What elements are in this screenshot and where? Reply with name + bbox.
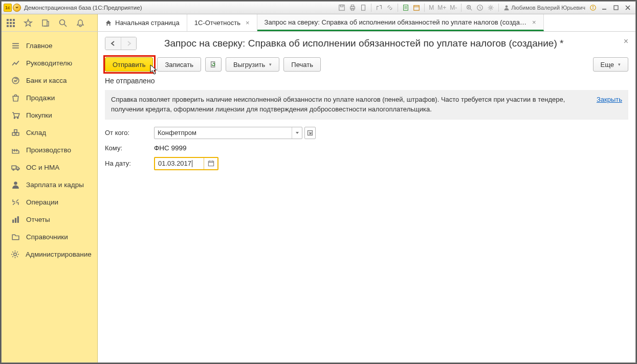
caret-down-icon: ▾ [618, 62, 621, 67]
dropdown-icon[interactable] [292, 127, 302, 139]
body: Главное Руководителю Банк и касса Продаж… [2, 32, 635, 362]
more-button-label: Еще [601, 61, 614, 69]
svg-rect-1 [341, 5, 343, 7]
calculator-icon[interactable] [401, 3, 411, 12]
svg-rect-27 [13, 19, 15, 21]
clock-icon[interactable] [475, 3, 485, 12]
app-logo-icon: 1c [4, 4, 12, 12]
sidebar-item-purchases[interactable]: Покупки [2, 106, 97, 124]
open-select-button[interactable] [304, 127, 316, 139]
svg-point-42 [17, 117, 18, 118]
info-icon[interactable] [588, 3, 598, 12]
sidebar-label: Администрирование [26, 251, 92, 258]
print-button[interactable]: Печать [283, 57, 321, 72]
tab-home[interactable]: Начальная страница [98, 14, 187, 31]
svg-rect-9 [414, 6, 420, 11]
calendar-icon[interactable] [411, 3, 422, 12]
print-icon[interactable] [347, 3, 358, 12]
page-close-button[interactable]: × [624, 37, 628, 46]
svg-rect-0 [339, 5, 345, 11]
sidebar-item-operations[interactable]: Операции [2, 193, 97, 211]
tab-close-icon[interactable]: × [246, 19, 250, 27]
svg-rect-28 [7, 22, 9, 24]
write-button[interactable]: Записать [157, 57, 201, 72]
zoom-icon[interactable] [464, 3, 474, 12]
sidebar-label: Банк и касса [26, 77, 67, 84]
memory-m-minus[interactable]: M- [448, 4, 458, 11]
search-icon[interactable] [58, 18, 68, 28]
send-button[interactable]: Отправить [105, 57, 153, 72]
quick-access-bar [2, 14, 98, 31]
compare-icon[interactable] [374, 3, 384, 12]
svg-rect-5 [362, 5, 365, 11]
sidebar-item-hr[interactable]: Зарплата и кадры [2, 176, 97, 193]
info-close-link[interactable]: Закрыть [597, 95, 622, 115]
caret-down-icon: ▾ [269, 62, 272, 67]
history-icon[interactable] [40, 18, 51, 28]
nav-forward-button[interactable] [121, 37, 136, 50]
sidebar-item-manager[interactable]: Руководителю [2, 54, 97, 72]
from-select[interactable]: Конфетпром [154, 127, 302, 139]
calendar-picker-icon[interactable] [204, 158, 217, 169]
sidebar-item-reports[interactable]: Отчеты [2, 211, 97, 228]
memory-m[interactable]: M [427, 4, 435, 11]
sidebar-item-assets[interactable]: ОС и НМА [2, 158, 97, 176]
date-input[interactable]: 01.03.2017 [154, 157, 218, 170]
app-menu-dropdown[interactable] [13, 4, 21, 12]
tab-request[interactable]: Запрос на сверку: Справка об исполнении … [257, 14, 544, 31]
boxes-icon [11, 128, 20, 137]
save-icon[interactable] [337, 3, 347, 12]
sidebar-item-sales[interactable]: Продажи [2, 89, 97, 106]
sidebar-item-admin[interactable]: Администрирование [2, 245, 97, 263]
svg-rect-26 [10, 19, 12, 21]
page-title: Запрос на сверку: Справка об исполнении … [144, 38, 628, 49]
gear-icon [11, 249, 19, 259]
truck-icon [11, 163, 20, 172]
sidebar-item-warehouse[interactable]: Склад [2, 124, 97, 141]
maximize-button[interactable] [610, 3, 622, 12]
sidebar-item-main[interactable]: Главное [2, 37, 97, 54]
unload-button[interactable]: Выгрузить▾ [226, 57, 279, 72]
apps-grid-icon[interactable] [6, 18, 16, 28]
tab-close-icon[interactable]: × [532, 18, 536, 26]
svg-rect-34 [42, 20, 47, 26]
favorites-icon[interactable] [23, 18, 33, 28]
document-icon[interactable] [358, 3, 368, 12]
command-bar: Отправить Записать Выгрузить▾ Печать Еще… [105, 57, 628, 72]
memory-m-plus[interactable]: M+ [436, 4, 448, 11]
window-close-button[interactable] [622, 3, 633, 12]
sidebar-label: Покупки [26, 111, 52, 119]
sidebar-label: Склад [26, 129, 46, 136]
form-row-date: На дату: 01.03.2017 [105, 157, 628, 170]
person-icon [11, 180, 20, 189]
sidebar-label: Операции [26, 198, 58, 206]
write-button-label: Записать [165, 61, 193, 69]
user-name: Любимов Валерий Юрьевич [511, 5, 585, 11]
notifications-icon[interactable] [75, 18, 85, 28]
svg-rect-25 [7, 19, 9, 21]
titlebar: 1c Демонстрационная база (1С:Предприятие… [2, 2, 635, 14]
link-icon[interactable] [385, 3, 395, 12]
from-value: Конфетпром [155, 127, 292, 139]
nav-buttons [105, 37, 137, 50]
svg-rect-52 [17, 216, 18, 223]
tab-home-label: Начальная страница [115, 19, 180, 27]
tab-reporting[interactable]: 1С-Отчетность × [187, 14, 257, 31]
minimize-button[interactable] [599, 3, 610, 12]
settings-icon[interactable] [486, 3, 496, 12]
more-button[interactable]: Еще▾ [593, 57, 628, 72]
sidebar-item-catalogs[interactable]: Справочники [2, 228, 97, 245]
refresh-button[interactable] [205, 57, 222, 72]
sidebar-item-bank[interactable]: Банк и касса [2, 72, 97, 89]
trend-icon [11, 58, 20, 67]
tab-reporting-label: 1С-Отчетность [194, 19, 240, 27]
svg-rect-33 [13, 25, 15, 27]
form: От кого: Конфетпром Кому: ФНС 9999 На да… [105, 127, 628, 175]
svg-rect-46 [12, 166, 16, 169]
sidebar-item-production[interactable]: Производство [2, 141, 97, 158]
to-label: Кому: [105, 144, 154, 152]
svg-point-41 [14, 117, 15, 118]
sidebar-label: Продажи [26, 94, 55, 102]
nav-back-button[interactable] [105, 37, 121, 50]
current-user[interactable]: Любимов Валерий Юрьевич [501, 5, 587, 11]
